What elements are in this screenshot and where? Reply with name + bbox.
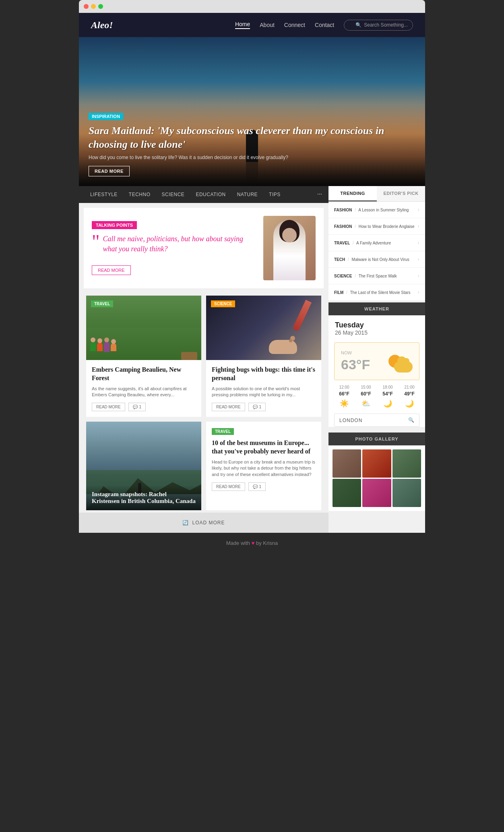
gallery-thumb-3[interactable] [333, 479, 361, 507]
footer-by-text: by Krisna [256, 540, 278, 546]
forecast-3-icon: 🌙 [399, 399, 419, 408]
cat-lifestyle[interactable]: LIFESTYLE [85, 186, 122, 203]
weather-section: WEATHER Tuesday 26 May 2015 NOW 63°F 12:… [328, 302, 425, 427]
comment-icon-3: 💬 [253, 484, 258, 489]
article-photography-title: Instagram snapshots: Rachel Kristensen i… [92, 491, 196, 505]
tab-editors-pick[interactable]: EDITOR'S PICK [377, 186, 425, 201]
forecast-item-1: 15:00 60°F ⛅ [356, 385, 376, 408]
forecast-2-temp: 54°F [378, 391, 398, 397]
trending-1-cat: FASHION [334, 224, 352, 229]
site-logo[interactable]: Aleo! [91, 20, 113, 31]
article-grid-row-2: PHOTOGRAPHY Instagram snapshots: Rachel … [84, 419, 324, 513]
article-museum-tag: TRAVEL [212, 428, 234, 435]
article-camping-comments: 💬 1 [128, 403, 146, 411]
cat-tips[interactable]: TIPS [264, 186, 285, 203]
gallery-thumb-4[interactable] [362, 479, 391, 507]
article-museum: TRAVEL 10 of the best museums in Europe.… [206, 422, 321, 510]
sidebar-tabs: TRENDING EDITOR'S PICK [328, 186, 425, 202]
trending-1-title: How to Wear Broderie Anglaise [359, 224, 415, 229]
load-more-bar[interactable]: 🔄 LOAD MORE [79, 513, 328, 533]
forecast-item-3: 21:00 49°F 🌙 [399, 385, 419, 408]
talking-points-quote: Call me naive, politicians, but how abou… [103, 234, 255, 254]
article-museum-excerpt: Head to Europe on a city break and a mus… [212, 459, 316, 478]
article-museum-comments: 💬 1 [248, 482, 266, 491]
gallery-thumb-0[interactable] [333, 449, 361, 478]
trending-3-cat: TECH [334, 257, 345, 262]
hero-content: INSPIRATION Sara Maitland: 'My subconsci… [79, 104, 425, 186]
forecast-0-temp: 66°F [334, 391, 354, 397]
weather-search-icon[interactable]: 🔍 [408, 417, 414, 423]
comment-icon-2: 💬 [253, 405, 258, 409]
article-science-excerpt: A possible solution to one of the world'… [212, 386, 316, 398]
article-science-comments: 💬 1 [248, 403, 266, 411]
main-wrapper: LIFESTYLE TECHNO SCIENCE EDUCATION NATUR… [79, 186, 425, 533]
nav-contact[interactable]: Contact [315, 22, 334, 28]
weather-current: NOW 63°F [334, 342, 419, 380]
forecast-0-icon: ☀️ [334, 399, 354, 408]
minimize-button[interactable] [91, 4, 96, 9]
nav-connect[interactable]: Connect [284, 22, 305, 28]
trending-4-title: The First Space Walk [359, 274, 397, 278]
more-categories-icon[interactable]: ··· [317, 191, 322, 198]
trending-2-title: A Family Adventure [356, 241, 391, 245]
cat-education[interactable]: EDUCATION [191, 186, 230, 203]
cat-techno[interactable]: TECHNO [124, 186, 155, 203]
article-science-read-more[interactable]: READ MORE [212, 403, 245, 411]
article-camping-body: Embers Camping Beaulieu, New Forest As t… [86, 360, 201, 417]
footer-made-with: Made with [226, 540, 250, 546]
hero-tag: INSPIRATION [89, 113, 123, 120]
trending-item-1[interactable]: FASHION / How to Wear Broderie Anglaise … [328, 218, 425, 235]
search-placeholder: Search Something... [364, 22, 408, 28]
talking-points-text: TALKING POINTS " Call me naive, politici… [92, 221, 263, 275]
cloud-shape [394, 361, 413, 373]
gallery-thumb-2[interactable] [392, 449, 421, 478]
tab-trending[interactable]: TRENDING [328, 186, 377, 201]
article-photography-image: PHOTOGRAPHY Instagram snapshots: Rachel … [86, 422, 201, 510]
article-museum-title: 10 of the best museums in Europe... that… [212, 439, 316, 456]
trending-item-4[interactable]: SCIENCE / The First Space Walk › [328, 268, 425, 284]
forecast-2-icon: 🌙 [378, 399, 398, 408]
trending-item-2[interactable]: TRAVEL / A Family Adventure › [328, 235, 425, 251]
trending-item-0[interactable]: FASHION / A Lesson in Summer Styling › [328, 202, 425, 218]
trending-item-5[interactable]: FILM / The Last of the Silent Movie Star… [328, 284, 425, 301]
load-more-label: LOAD MORE [192, 520, 225, 526]
hero-read-more-button[interactable]: READ MORE [89, 166, 130, 176]
forecast-item-2: 18:00 54°F 🌙 [378, 385, 398, 408]
weather-date: Tuesday 26 May 2015 [328, 315, 425, 339]
maximize-button[interactable] [98, 4, 103, 9]
photo-gallery-section: PHOTO GALLERY [328, 433, 425, 511]
photo-overlay: Instagram snapshots: Rachel Kristensen i… [86, 485, 201, 510]
talking-points-read-more[interactable]: READ MORE [92, 265, 131, 275]
gallery-thumb-1[interactable] [362, 449, 391, 478]
article-photography: PHOTOGRAPHY Instagram snapshots: Rachel … [86, 422, 201, 510]
forecast-0-time: 12:00 [334, 385, 354, 389]
talking-points-image [263, 216, 316, 280]
cat-nature[interactable]: NATURE [232, 186, 262, 203]
article-museum-read-more[interactable]: READ MORE [212, 482, 245, 491]
comment-icon: 💬 [133, 405, 138, 409]
cat-science[interactable]: SCIENCE [157, 186, 190, 203]
trending-item-3[interactable]: TECH / Malware is Not Only About Virus › [328, 251, 425, 268]
search-box[interactable]: 🔍 Search Something... [344, 20, 413, 31]
talking-points-tag: TALKING POINTS [92, 221, 137, 229]
article-camping-tag: TRAVEL [91, 300, 113, 307]
trending-section: TRENDING EDITOR'S PICK FASHION / A Lesso… [328, 186, 425, 301]
chevron-right-icon-3: › [417, 256, 419, 263]
footer-heart-icon: ♥ [252, 540, 256, 546]
trending-0-cat: FASHION [334, 208, 352, 212]
gallery-thumb-5[interactable] [392, 479, 421, 507]
chevron-right-icon-4: › [417, 273, 419, 279]
trending-5-cat: FILM [334, 290, 343, 295]
article-camping: TRAVEL Embers Camping Beaulieu, New Fore… [86, 296, 201, 417]
close-button[interactable] [84, 4, 89, 9]
site-header: Aleo! Home About Connect Contact 🔍 Searc… [79, 13, 425, 37]
trending-2-cat: TRAVEL [334, 241, 350, 245]
article-science-actions: READ MORE 💬 1 [212, 403, 316, 411]
nav-about[interactable]: About [260, 22, 275, 28]
weather-city-search[interactable]: LONDON 🔍 [334, 414, 419, 427]
hero-section: INSPIRATION Sara Maitland: 'My subconsci… [79, 37, 425, 186]
article-science-body: Fighting bugs with bugs: this time it's … [206, 360, 321, 417]
article-camping-read-more[interactable]: READ MORE [92, 403, 125, 411]
nav-home[interactable]: Home [235, 21, 250, 29]
article-science: SCIENCE Fighting bugs with bugs: this ti… [206, 296, 321, 417]
